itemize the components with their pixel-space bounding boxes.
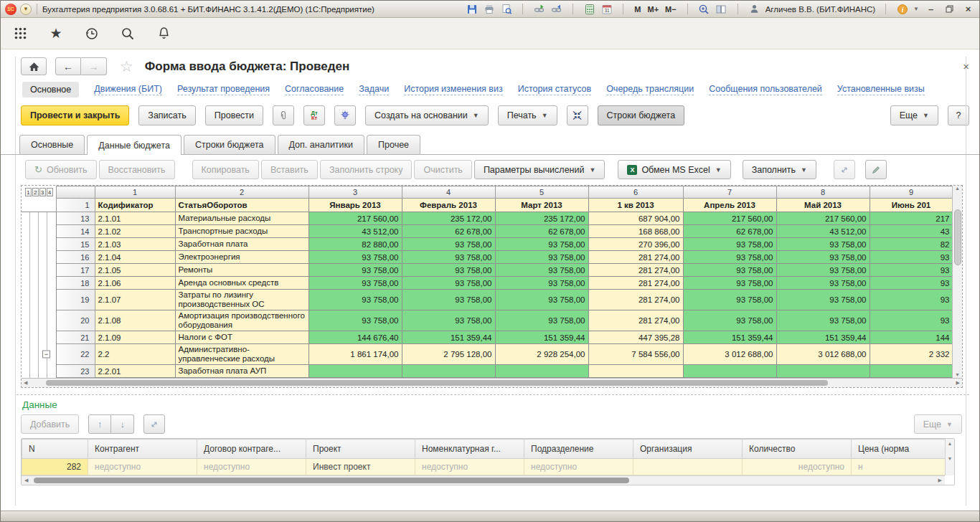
article-cell[interactable]: Заработная плата АУП — [175, 365, 308, 378]
value-cell[interactable]: 93 758,00 — [402, 277, 495, 290]
value-cell[interactable]: 93 758,00 — [776, 238, 870, 251]
grid-header-cell[interactable]: Май 2013 — [776, 199, 870, 212]
data-header-cell[interactable]: N — [22, 440, 88, 459]
form-close-icon[interactable]: × — [963, 62, 969, 71]
save-icon[interactable] — [466, 3, 478, 15]
code-cell[interactable]: 2.1.05 — [95, 264, 175, 277]
nav-link[interactable]: Установленные визы — [837, 84, 925, 95]
fill-row-button[interactable]: Заполнить строку — [320, 160, 413, 179]
value-cell[interactable]: 281 274,00 — [588, 251, 683, 264]
value-cell[interactable]: 93 758,00 — [683, 290, 776, 310]
value-cell[interactable]: 217 560,00 — [776, 212, 870, 225]
value-cell[interactable]: 235 172,00 — [402, 212, 495, 225]
scroll-up-icon[interactable]: ▲ — [948, 441, 953, 446]
data-cell[interactable]: н — [852, 459, 946, 475]
data-horizontal-scroll-thumb[interactable] — [34, 478, 629, 483]
article-cell[interactable]: Затраты по лизингу производственных ОС — [175, 290, 308, 310]
vertical-scroll-thumb[interactable] — [954, 209, 961, 265]
value-cell[interactable]: 93 758,00 — [495, 251, 588, 264]
value-cell[interactable]: 1 861 174,00 — [308, 344, 402, 365]
nav-link[interactable]: Согласование — [285, 84, 344, 95]
value-cell[interactable]: 93 758,00 — [495, 290, 588, 310]
vertical-scrollbar[interactable]: ▲ ▼ — [952, 186, 962, 378]
value-cell[interactable]: 93 — [870, 264, 953, 277]
nav-link[interactable]: Очередь трансляции — [606, 84, 694, 95]
row-number[interactable]: 18 — [56, 277, 95, 290]
horizontal-scroll-thumb[interactable] — [46, 380, 828, 386]
nav-link[interactable]: Задачи — [359, 84, 389, 95]
value-cell[interactable]: 270 396,00 — [588, 238, 683, 251]
data-header-cell[interactable]: Количество — [743, 440, 852, 459]
value-cell[interactable] — [308, 365, 402, 378]
value-cell[interactable]: 93 — [870, 290, 953, 310]
value-cell[interactable]: 144 676,40 — [308, 331, 402, 344]
nav-link[interactable]: Движения (БИТ) — [94, 84, 162, 95]
row-number[interactable]: 19 — [56, 290, 95, 310]
value-cell[interactable]: 235 172,00 — [495, 212, 588, 225]
value-cell[interactable]: 43 512,00 — [776, 225, 870, 238]
search-icon[interactable] — [120, 26, 136, 42]
value-cell[interactable]: 168 868,00 — [588, 225, 683, 238]
print-icon[interactable] — [483, 3, 495, 15]
value-cell[interactable]: 93 — [870, 310, 953, 331]
column-number[interactable]: 8 — [776, 186, 870, 199]
scroll-down-icon[interactable]: ▼ — [948, 456, 953, 461]
scroll-left-icon[interactable]: ◀ — [24, 478, 28, 483]
value-cell[interactable] — [683, 365, 776, 378]
code-cell[interactable]: 2.1.01 — [95, 212, 175, 225]
history-icon[interactable] — [84, 26, 100, 42]
data-cell[interactable]: Инвест проект — [306, 459, 415, 475]
data-cell[interactable]: недоступно — [88, 459, 197, 475]
menu-grid-icon[interactable] — [12, 26, 28, 42]
value-cell[interactable]: 93 758,00 — [776, 264, 870, 277]
row-number[interactable]: 16 — [56, 251, 95, 264]
section-splitter[interactable] — [17, 394, 969, 395]
row-number[interactable]: 14 — [56, 225, 95, 238]
value-cell[interactable]: 93 — [870, 251, 953, 264]
value-cell[interactable]: 43 — [870, 225, 953, 238]
column-number[interactable]: 4 — [402, 186, 495, 199]
fill-button[interactable]: Заполнить▼ — [743, 160, 816, 179]
data-header-cell[interactable]: Номенклатурная г... — [415, 440, 524, 459]
value-cell[interactable] — [402, 365, 495, 378]
code-cell[interactable]: 2.1.08 — [95, 310, 175, 331]
notifications-icon[interactable] — [156, 26, 171, 42]
value-cell[interactable]: 93 758,00 — [402, 264, 495, 277]
favorite-star-icon[interactable]: ☆ — [120, 58, 133, 75]
data-header-cell[interactable]: Цена (норма — [852, 440, 946, 459]
value-cell[interactable] — [495, 365, 588, 378]
value-cell[interactable]: 7 584 556,00 — [588, 344, 683, 365]
article-cell[interactable]: Амортизация производственного оборудован… — [175, 310, 308, 331]
value-cell[interactable]: 447 395,28 — [588, 331, 683, 344]
column-number[interactable]: 1 — [95, 186, 175, 199]
value-cell[interactable]: 93 758,00 — [776, 290, 870, 310]
scroll-right-icon[interactable]: ▶ — [938, 478, 942, 483]
grid-header-cell[interactable]: Февраль 2013 — [402, 199, 495, 212]
data-cell[interactable] — [633, 459, 743, 475]
collapse-sections-button[interactable]: ↘↙↗↖ — [567, 105, 588, 125]
data-vertical-scrollbar[interactable]: ▲ ▼ — [945, 439, 954, 475]
add-button[interactable]: Добавить — [21, 414, 79, 434]
grid-header-cell[interactable]: 1 кв 2013 — [588, 199, 683, 212]
move-up-button[interactable]: ↑ — [88, 414, 111, 434]
value-cell[interactable]: 2 332 — [870, 344, 953, 365]
system-menu-button[interactable]: ▼ — [20, 4, 32, 15]
tab-4[interactable]: Доп. аналитики — [278, 135, 365, 154]
scroll-left-icon[interactable]: ◀ — [24, 380, 27, 386]
value-cell[interactable]: 93 758,00 — [776, 310, 870, 331]
calculator-icon[interactable] — [583, 3, 595, 15]
tab-3[interactable]: Строки бюджета — [184, 135, 275, 154]
value-cell[interactable]: 217 560,00 — [308, 212, 402, 225]
scroll-up-icon[interactable]: ▲ — [955, 186, 960, 191]
grid-header-cell[interactable]: Март 2013 — [495, 199, 588, 212]
value-cell[interactable] — [588, 365, 683, 378]
row-number[interactable]: 21 — [56, 331, 95, 344]
grid-header-cell[interactable]: Январь 2013 — [308, 199, 402, 212]
back-button[interactable]: ← — [55, 57, 81, 75]
edit-pencil-button[interactable] — [865, 160, 887, 179]
group-level-button[interactable]: 3 — [39, 188, 46, 196]
value-cell[interactable] — [870, 365, 953, 378]
split-view-icon[interactable] — [715, 3, 727, 15]
nav-link[interactable]: История изменения виз — [404, 84, 503, 95]
code-cell[interactable]: 2.1.09 — [95, 331, 175, 344]
